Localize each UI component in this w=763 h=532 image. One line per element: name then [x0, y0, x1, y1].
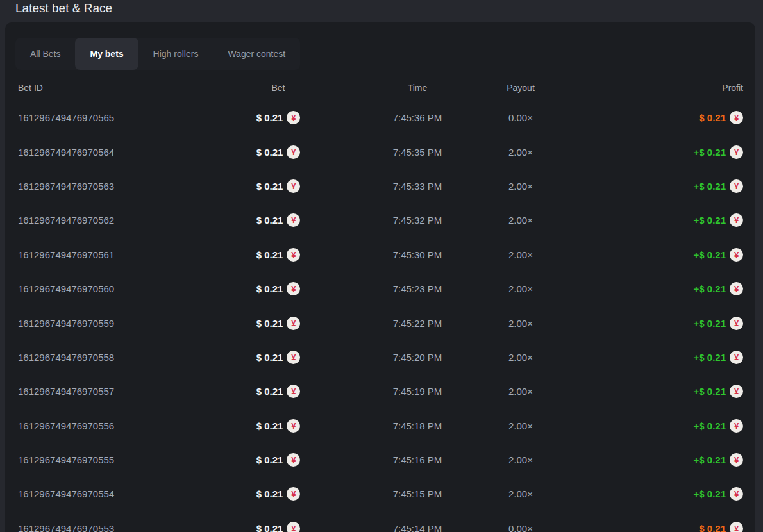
- bet-amount-cell: $ 0.21 ¥: [210, 419, 346, 433]
- tab-wager-contest[interactable]: Wager contest: [213, 38, 300, 70]
- time-cell: 7:45:20 PM: [346, 352, 489, 363]
- time-cell: 7:45:16 PM: [346, 454, 489, 465]
- profit-value: +$ 0.21: [694, 386, 726, 397]
- tab-my-bets[interactable]: My bets: [75, 38, 138, 70]
- bet-amount-cell: $ 0.21 ¥: [210, 351, 346, 364]
- yen-coin-icon: ¥: [730, 213, 743, 227]
- profit-value: +$ 0.21: [694, 283, 726, 294]
- payout-cell: 2.00×: [489, 386, 553, 397]
- profit-cell: $ 0.21 ¥: [553, 522, 743, 532]
- profit-cell: $ 0.21 ¥: [553, 111, 743, 124]
- bet-id-cell[interactable]: 161296749476970564: [18, 147, 210, 158]
- yen-coin-icon: ¥: [287, 179, 300, 193]
- table-body: 161296749476970565 $ 0.21 ¥ 7:45:36 PM 0…: [5, 101, 755, 532]
- bet-id-cell[interactable]: 161296749476970554: [18, 488, 210, 499]
- tab-high-rollers[interactable]: High rollers: [138, 38, 214, 70]
- table-row: 161296749476970554 $ 0.21 ¥ 7:45:15 PM 2…: [5, 477, 755, 511]
- payout-cell: 2.00×: [489, 488, 553, 499]
- yen-coin-icon: ¥: [287, 419, 300, 433]
- time-cell: 7:45:35 PM: [346, 147, 489, 158]
- time-cell: 7:45:18 PM: [346, 420, 489, 431]
- profit-value: $ 0.21: [699, 112, 726, 123]
- payout-cell: 2.00×: [489, 352, 553, 363]
- yen-coin-icon: ¥: [287, 282, 300, 295]
- bet-amount-value: $ 0.21: [256, 352, 283, 363]
- profit-cell: +$ 0.21 ¥: [553, 145, 743, 159]
- column-header-profit: Profit: [553, 83, 743, 93]
- profit-value: +$ 0.21: [694, 488, 726, 499]
- yen-coin-icon: ¥: [287, 213, 300, 227]
- profit-cell: +$ 0.21 ¥: [553, 213, 743, 227]
- bet-amount-value: $ 0.21: [256, 420, 283, 431]
- tab-all-bets[interactable]: All Bets: [15, 38, 75, 70]
- bet-amount-value: $ 0.21: [256, 181, 283, 192]
- bet-amount-cell: $ 0.21 ¥: [210, 453, 346, 467]
- column-header-time: Time: [346, 83, 489, 93]
- bet-amount-value: $ 0.21: [256, 454, 283, 465]
- page-title: Latest bet & Race: [15, 0, 112, 17]
- table-row: 161296749476970563 $ 0.21 ¥ 7:45:33 PM 2…: [5, 169, 755, 203]
- yen-coin-icon: ¥: [730, 487, 743, 501]
- bet-id-cell[interactable]: 161296749476970560: [18, 283, 210, 294]
- bet-id-cell[interactable]: 161296749476970557: [18, 386, 210, 397]
- yen-coin-icon: ¥: [287, 487, 300, 501]
- bet-amount-value: $ 0.21: [256, 523, 283, 532]
- yen-coin-icon: ¥: [730, 282, 743, 295]
- profit-cell: +$ 0.21 ¥: [553, 317, 743, 330]
- latest-bets-panel: All BetsMy betsHigh rollersWager contest…: [5, 22, 755, 532]
- table-row: 161296749476970562 $ 0.21 ¥ 7:45:32 PM 2…: [5, 203, 755, 237]
- yen-coin-icon: ¥: [730, 385, 743, 398]
- time-cell: 7:45:15 PM: [346, 488, 489, 499]
- payout-cell: 2.00×: [489, 215, 553, 226]
- profit-cell: +$ 0.21 ¥: [553, 282, 743, 295]
- yen-coin-icon: ¥: [287, 111, 300, 124]
- bet-amount-cell: $ 0.21 ¥: [210, 145, 346, 159]
- time-cell: 7:45:32 PM: [346, 215, 489, 226]
- time-cell: 7:45:30 PM: [346, 249, 489, 260]
- time-cell: 7:45:23 PM: [346, 283, 489, 294]
- profit-value: $ 0.21: [699, 523, 726, 532]
- time-cell: 7:45:33 PM: [346, 181, 489, 192]
- yen-coin-icon: ¥: [287, 385, 300, 398]
- time-cell: 7:45:22 PM: [346, 318, 489, 329]
- bet-id-cell[interactable]: 161296749476970559: [18, 318, 210, 329]
- bet-id-cell[interactable]: 161296749476970555: [18, 454, 210, 465]
- column-header-bet-id: Bet ID: [18, 83, 210, 93]
- profit-value: +$ 0.21: [694, 215, 726, 226]
- profit-cell: +$ 0.21 ¥: [553, 248, 743, 262]
- yen-coin-icon: ¥: [730, 419, 743, 433]
- bet-id-cell[interactable]: 161296749476970563: [18, 181, 210, 192]
- profit-cell: +$ 0.21 ¥: [553, 385, 743, 398]
- bet-amount-cell: $ 0.21 ¥: [210, 385, 346, 398]
- bet-id-cell[interactable]: 161296749476970553: [18, 523, 210, 532]
- bet-amount-cell: $ 0.21 ¥: [210, 213, 346, 227]
- yen-coin-icon: ¥: [730, 317, 743, 330]
- table-header-row: Bet ID Bet Time Payout Profit: [5, 75, 755, 101]
- profit-cell: +$ 0.21 ¥: [553, 487, 743, 501]
- bet-id-cell[interactable]: 161296749476970562: [18, 215, 210, 226]
- bet-id-cell[interactable]: 161296749476970558: [18, 352, 210, 363]
- profit-cell: +$ 0.21 ¥: [553, 351, 743, 364]
- payout-cell: 2.00×: [489, 318, 553, 329]
- bet-id-cell[interactable]: 161296749476970565: [18, 112, 210, 123]
- yen-coin-icon: ¥: [730, 248, 743, 262]
- bet-id-cell[interactable]: 161296749476970561: [18, 249, 210, 260]
- table-row: 161296749476970565 $ 0.21 ¥ 7:45:36 PM 0…: [5, 101, 755, 135]
- yen-coin-icon: ¥: [730, 145, 743, 159]
- yen-coin-icon: ¥: [287, 145, 300, 159]
- bet-id-cell[interactable]: 161296749476970556: [18, 420, 210, 431]
- profit-value: +$ 0.21: [694, 249, 726, 260]
- yen-coin-icon: ¥: [730, 453, 743, 467]
- bet-amount-cell: $ 0.21 ¥: [210, 111, 346, 124]
- yen-coin-icon: ¥: [730, 522, 743, 532]
- bets-table: Bet ID Bet Time Payout Profit 1612967494…: [5, 75, 755, 532]
- table-row: 161296749476970560 $ 0.21 ¥ 7:45:23 PM 2…: [5, 272, 755, 306]
- payout-cell: 2.00×: [489, 283, 553, 294]
- bet-amount-value: $ 0.21: [256, 147, 283, 158]
- profit-value: +$ 0.21: [694, 147, 726, 158]
- table-row: 161296749476970559 $ 0.21 ¥ 7:45:22 PM 2…: [5, 306, 755, 340]
- time-cell: 7:45:14 PM: [346, 523, 489, 532]
- bet-amount-cell: $ 0.21 ¥: [210, 317, 346, 330]
- bets-tab-bar: All BetsMy betsHigh rollersWager contest: [15, 38, 300, 70]
- payout-cell: 2.00×: [489, 454, 553, 465]
